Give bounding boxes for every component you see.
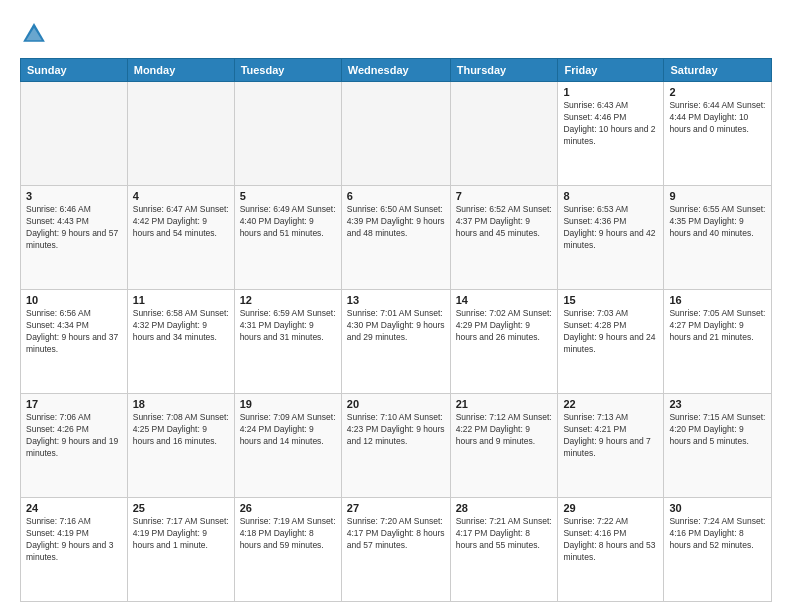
day-cell: 29Sunrise: 7:22 AM Sunset: 4:16 PM Dayli… xyxy=(558,498,664,602)
header-day-sunday: Sunday xyxy=(21,59,128,82)
day-info: Sunrise: 6:58 AM Sunset: 4:32 PM Dayligh… xyxy=(133,308,229,344)
week-row-2: 10Sunrise: 6:56 AM Sunset: 4:34 PM Dayli… xyxy=(21,290,772,394)
day-cell: 11Sunrise: 6:58 AM Sunset: 4:32 PM Dayli… xyxy=(127,290,234,394)
day-number: 1 xyxy=(563,86,658,98)
day-info: Sunrise: 6:46 AM Sunset: 4:43 PM Dayligh… xyxy=(26,204,122,252)
day-info: Sunrise: 6:55 AM Sunset: 4:35 PM Dayligh… xyxy=(669,204,766,240)
day-number: 25 xyxy=(133,502,229,514)
day-info: Sunrise: 7:10 AM Sunset: 4:23 PM Dayligh… xyxy=(347,412,445,448)
day-number: 14 xyxy=(456,294,553,306)
day-cell: 7Sunrise: 6:52 AM Sunset: 4:37 PM Daylig… xyxy=(450,186,558,290)
header-day-wednesday: Wednesday xyxy=(341,59,450,82)
day-number: 12 xyxy=(240,294,336,306)
calendar-table: SundayMondayTuesdayWednesdayThursdayFrid… xyxy=(20,58,772,602)
header-day-monday: Monday xyxy=(127,59,234,82)
day-number: 30 xyxy=(669,502,766,514)
day-info: Sunrise: 6:50 AM Sunset: 4:39 PM Dayligh… xyxy=(347,204,445,240)
day-number: 28 xyxy=(456,502,553,514)
day-cell: 16Sunrise: 7:05 AM Sunset: 4:27 PM Dayli… xyxy=(664,290,772,394)
day-cell: 17Sunrise: 7:06 AM Sunset: 4:26 PM Dayli… xyxy=(21,394,128,498)
day-cell: 12Sunrise: 6:59 AM Sunset: 4:31 PM Dayli… xyxy=(234,290,341,394)
day-cell: 20Sunrise: 7:10 AM Sunset: 4:23 PM Dayli… xyxy=(341,394,450,498)
day-info: Sunrise: 7:12 AM Sunset: 4:22 PM Dayligh… xyxy=(456,412,553,448)
day-info: Sunrise: 7:01 AM Sunset: 4:30 PM Dayligh… xyxy=(347,308,445,344)
day-cell: 19Sunrise: 7:09 AM Sunset: 4:24 PM Dayli… xyxy=(234,394,341,498)
day-info: Sunrise: 6:52 AM Sunset: 4:37 PM Dayligh… xyxy=(456,204,553,240)
day-info: Sunrise: 6:47 AM Sunset: 4:42 PM Dayligh… xyxy=(133,204,229,240)
calendar-header: SundayMondayTuesdayWednesdayThursdayFrid… xyxy=(21,59,772,82)
day-info: Sunrise: 7:19 AM Sunset: 4:18 PM Dayligh… xyxy=(240,516,336,552)
week-row-1: 3Sunrise: 6:46 AM Sunset: 4:43 PM Daylig… xyxy=(21,186,772,290)
page: SundayMondayTuesdayWednesdayThursdayFrid… xyxy=(0,0,792,612)
day-cell xyxy=(234,82,341,186)
day-info: Sunrise: 7:22 AM Sunset: 4:16 PM Dayligh… xyxy=(563,516,658,564)
day-info: Sunrise: 7:06 AM Sunset: 4:26 PM Dayligh… xyxy=(26,412,122,460)
day-number: 26 xyxy=(240,502,336,514)
day-cell xyxy=(341,82,450,186)
day-info: Sunrise: 6:59 AM Sunset: 4:31 PM Dayligh… xyxy=(240,308,336,344)
header-day-thursday: Thursday xyxy=(450,59,558,82)
day-number: 17 xyxy=(26,398,122,410)
day-cell: 18Sunrise: 7:08 AM Sunset: 4:25 PM Dayli… xyxy=(127,394,234,498)
day-cell: 5Sunrise: 6:49 AM Sunset: 4:40 PM Daylig… xyxy=(234,186,341,290)
logo-icon xyxy=(20,20,48,48)
header-day-friday: Friday xyxy=(558,59,664,82)
day-cell: 22Sunrise: 7:13 AM Sunset: 4:21 PM Dayli… xyxy=(558,394,664,498)
day-info: Sunrise: 7:03 AM Sunset: 4:28 PM Dayligh… xyxy=(563,308,658,356)
day-number: 22 xyxy=(563,398,658,410)
header-day-tuesday: Tuesday xyxy=(234,59,341,82)
week-row-3: 17Sunrise: 7:06 AM Sunset: 4:26 PM Dayli… xyxy=(21,394,772,498)
day-info: Sunrise: 7:08 AM Sunset: 4:25 PM Dayligh… xyxy=(133,412,229,448)
week-row-4: 24Sunrise: 7:16 AM Sunset: 4:19 PM Dayli… xyxy=(21,498,772,602)
day-cell: 27Sunrise: 7:20 AM Sunset: 4:17 PM Dayli… xyxy=(341,498,450,602)
day-cell: 21Sunrise: 7:12 AM Sunset: 4:22 PM Dayli… xyxy=(450,394,558,498)
day-number: 8 xyxy=(563,190,658,202)
header xyxy=(20,16,772,48)
day-cell: 30Sunrise: 7:24 AM Sunset: 4:16 PM Dayli… xyxy=(664,498,772,602)
day-cell: 9Sunrise: 6:55 AM Sunset: 4:35 PM Daylig… xyxy=(664,186,772,290)
day-number: 9 xyxy=(669,190,766,202)
day-info: Sunrise: 7:17 AM Sunset: 4:19 PM Dayligh… xyxy=(133,516,229,552)
day-info: Sunrise: 7:20 AM Sunset: 4:17 PM Dayligh… xyxy=(347,516,445,552)
day-cell: 8Sunrise: 6:53 AM Sunset: 4:36 PM Daylig… xyxy=(558,186,664,290)
day-cell: 6Sunrise: 6:50 AM Sunset: 4:39 PM Daylig… xyxy=(341,186,450,290)
day-number: 27 xyxy=(347,502,445,514)
day-info: Sunrise: 6:49 AM Sunset: 4:40 PM Dayligh… xyxy=(240,204,336,240)
day-number: 4 xyxy=(133,190,229,202)
day-cell: 4Sunrise: 6:47 AM Sunset: 4:42 PM Daylig… xyxy=(127,186,234,290)
day-number: 2 xyxy=(669,86,766,98)
day-info: Sunrise: 7:09 AM Sunset: 4:24 PM Dayligh… xyxy=(240,412,336,448)
day-cell: 25Sunrise: 7:17 AM Sunset: 4:19 PM Dayli… xyxy=(127,498,234,602)
day-number: 10 xyxy=(26,294,122,306)
day-cell xyxy=(450,82,558,186)
day-cell: 2Sunrise: 6:44 AM Sunset: 4:44 PM Daylig… xyxy=(664,82,772,186)
day-cell: 23Sunrise: 7:15 AM Sunset: 4:20 PM Dayli… xyxy=(664,394,772,498)
day-number: 20 xyxy=(347,398,445,410)
day-cell: 3Sunrise: 6:46 AM Sunset: 4:43 PM Daylig… xyxy=(21,186,128,290)
day-info: Sunrise: 6:43 AM Sunset: 4:46 PM Dayligh… xyxy=(563,100,658,148)
day-info: Sunrise: 6:44 AM Sunset: 4:44 PM Dayligh… xyxy=(669,100,766,136)
day-cell: 14Sunrise: 7:02 AM Sunset: 4:29 PM Dayli… xyxy=(450,290,558,394)
calendar-body: 1Sunrise: 6:43 AM Sunset: 4:46 PM Daylig… xyxy=(21,82,772,602)
logo xyxy=(20,20,52,48)
day-number: 6 xyxy=(347,190,445,202)
day-info: Sunrise: 6:56 AM Sunset: 4:34 PM Dayligh… xyxy=(26,308,122,356)
day-info: Sunrise: 7:13 AM Sunset: 4:21 PM Dayligh… xyxy=(563,412,658,460)
day-info: Sunrise: 7:02 AM Sunset: 4:29 PM Dayligh… xyxy=(456,308,553,344)
day-number: 15 xyxy=(563,294,658,306)
day-info: Sunrise: 6:53 AM Sunset: 4:36 PM Dayligh… xyxy=(563,204,658,252)
day-number: 11 xyxy=(133,294,229,306)
day-cell xyxy=(127,82,234,186)
header-row: SundayMondayTuesdayWednesdayThursdayFrid… xyxy=(21,59,772,82)
day-info: Sunrise: 7:21 AM Sunset: 4:17 PM Dayligh… xyxy=(456,516,553,552)
day-number: 3 xyxy=(26,190,122,202)
day-number: 19 xyxy=(240,398,336,410)
day-cell: 13Sunrise: 7:01 AM Sunset: 4:30 PM Dayli… xyxy=(341,290,450,394)
day-number: 5 xyxy=(240,190,336,202)
day-number: 7 xyxy=(456,190,553,202)
day-cell xyxy=(21,82,128,186)
day-info: Sunrise: 7:05 AM Sunset: 4:27 PM Dayligh… xyxy=(669,308,766,344)
day-number: 16 xyxy=(669,294,766,306)
day-number: 13 xyxy=(347,294,445,306)
day-info: Sunrise: 7:15 AM Sunset: 4:20 PM Dayligh… xyxy=(669,412,766,448)
